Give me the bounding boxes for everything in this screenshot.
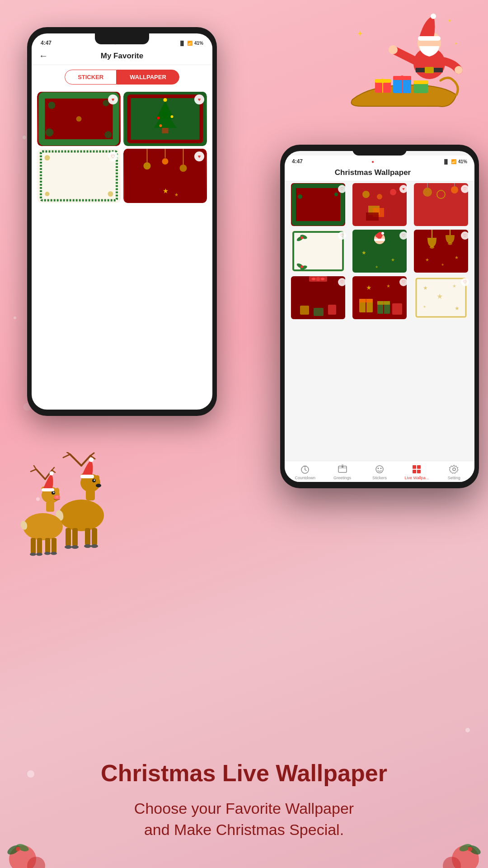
front-wp-heart-9[interactable]: ♡ bbox=[461, 278, 469, 286]
live-wallpaper-nav-icon bbox=[411, 464, 422, 475]
subtitle: Choose your Favorite Wallpaper and Make … bbox=[27, 798, 461, 841]
front-wp-3[interactable]: ♡ bbox=[411, 183, 471, 228]
svg-rect-104 bbox=[377, 301, 390, 305]
svg-point-125 bbox=[376, 466, 383, 473]
svg-point-6 bbox=[76, 116, 82, 122]
grid-icon bbox=[413, 465, 421, 473]
front-phone-notch bbox=[352, 145, 407, 156]
svg-rect-173 bbox=[45, 538, 50, 553]
svg-rect-147 bbox=[85, 528, 90, 545]
svg-rect-63 bbox=[414, 183, 468, 226]
front-wp-6[interactable]: ★ ★ ★ ♡ bbox=[411, 230, 471, 274]
front-wp-heart-4[interactable]: ♡ bbox=[338, 231, 346, 240]
setting-icon-svg bbox=[449, 464, 459, 474]
svg-point-181 bbox=[27, 857, 45, 868]
svg-point-135 bbox=[59, 500, 104, 531]
svg-point-47 bbox=[389, 45, 398, 54]
nav-live-wallpaper[interactable]: Live Wallpa... bbox=[403, 464, 430, 480]
svg-rect-105 bbox=[392, 303, 402, 315]
svg-rect-171 bbox=[31, 538, 36, 554]
svg-line-129 bbox=[70, 454, 81, 466]
svg-rect-146 bbox=[72, 528, 78, 546]
front-wp-1[interactable]: ♡ bbox=[288, 183, 348, 228]
live-wallpaper-nav-label: Live Wallpa... bbox=[405, 476, 429, 480]
back-phone: 4:47 ● ▐▌ 📶 41% ← My Favorite STICKER WA… bbox=[27, 27, 217, 416]
wp-item-4[interactable]: ♥ bbox=[123, 149, 207, 203]
front-wp-7[interactable]: ♡ bbox=[288, 276, 348, 321]
svg-rect-101 bbox=[359, 299, 373, 302]
svg-rect-174 bbox=[52, 538, 56, 553]
svg-point-18 bbox=[45, 155, 50, 160]
svg-text:★: ★ bbox=[455, 305, 460, 311]
front-phone: 4:47 ● ▐▌ 📶 41% Christmas Wallpaper bbox=[280, 145, 479, 488]
front-wp-5[interactable]: ★ ★ ★ ♡ bbox=[350, 230, 409, 274]
front-wp-heart-2[interactable]: ♥ bbox=[399, 185, 408, 193]
back-wifi-icon: 📶 bbox=[187, 41, 192, 46]
wp-heart-2[interactable]: ♥ bbox=[194, 94, 204, 104]
svg-point-28 bbox=[180, 165, 187, 172]
wp-item-2[interactable]: ♥ bbox=[123, 92, 207, 146]
front-phone-screen: 4:47 ● ▐▌ 📶 41% Christmas Wallpaper bbox=[285, 151, 474, 482]
nav-countdown[interactable]: Countdown bbox=[291, 464, 319, 480]
svg-rect-142 bbox=[86, 489, 95, 500]
svg-point-80 bbox=[381, 232, 384, 235]
svg-rect-145 bbox=[66, 528, 71, 546]
back-phone-screen: 4:47 ● ▐▌ 📶 41% ← My Favorite STICKER WA… bbox=[32, 33, 212, 410]
countdown-nav-icon bbox=[300, 464, 310, 475]
greetings-nav-icon bbox=[337, 464, 348, 475]
svg-rect-172 bbox=[37, 538, 42, 554]
reindeer-svg bbox=[18, 452, 136, 561]
nav-greetings[interactable]: Greetings bbox=[329, 464, 356, 480]
svg-point-188 bbox=[458, 843, 472, 853]
front-status-icons: ▐▌ 📶 41% bbox=[443, 159, 467, 164]
sticker-tab[interactable]: STICKER bbox=[65, 70, 117, 85]
front-wp-heart-3[interactable]: ♡ bbox=[461, 185, 469, 193]
back-phone-title: My Favorite bbox=[52, 52, 192, 61]
wallpaper-tab[interactable]: WALLPAPER bbox=[117, 70, 179, 85]
wp-heart-4[interactable]: ♥ bbox=[194, 151, 204, 161]
back-status-icons: ▐▌ 📶 41% bbox=[179, 41, 203, 46]
svg-point-48 bbox=[455, 66, 463, 74]
front-wp-9[interactable]: ★ ★ ★ ★ ★ ♡ bbox=[411, 276, 471, 321]
svg-point-68 bbox=[437, 190, 445, 198]
nav-stickers[interactable]: Stickers bbox=[366, 464, 393, 480]
svg-point-88 bbox=[448, 242, 452, 245]
svg-point-21 bbox=[108, 191, 113, 197]
front-wp-2[interactable]: ♥ bbox=[350, 183, 409, 228]
svg-text:★: ★ bbox=[375, 265, 378, 269]
front-wp-4[interactable]: ♡ bbox=[288, 230, 348, 274]
countdown-icon-svg bbox=[300, 464, 310, 474]
front-wp-heart-8[interactable]: ♡ bbox=[399, 278, 408, 286]
santa-svg: ✦ ✦ ✦ bbox=[339, 9, 465, 127]
svg-point-141 bbox=[96, 484, 101, 487]
front-wp-heart-6[interactable]: ♡ bbox=[461, 231, 469, 240]
nav-setting[interactable]: Setting bbox=[441, 464, 468, 480]
svg-rect-59 bbox=[366, 212, 379, 221]
front-wp-8[interactable]: ★ ★ ♡ bbox=[350, 276, 409, 321]
front-phone-header: Christmas Wallpaper bbox=[285, 165, 474, 181]
wp-heart-1[interactable]: ♥ bbox=[108, 94, 118, 104]
front-wp-heart-1[interactable]: ♡ bbox=[338, 185, 346, 193]
wp-heart-3[interactable]: ♡ bbox=[108, 151, 118, 161]
back-arrow-button[interactable]: ← bbox=[39, 51, 48, 61]
greetings-nav-label: Greetings bbox=[333, 476, 351, 480]
svg-text:★: ★ bbox=[441, 263, 444, 267]
svg-text:✦: ✦ bbox=[454, 41, 458, 46]
front-wp-heart-5[interactable]: ♡ bbox=[399, 231, 408, 240]
back-phone-header: ← My Favorite bbox=[32, 47, 212, 65]
front-wp-heart-7[interactable]: ♡ bbox=[338, 278, 346, 286]
svg-point-62 bbox=[377, 194, 382, 199]
subtitle-line1: Choose your Favorite Wallpaper bbox=[134, 800, 354, 817]
countdown-nav-label: Countdown bbox=[295, 476, 315, 480]
subtitle-line2: and Make Christmas Special. bbox=[144, 821, 344, 838]
bottom-nav: Countdown Greetings bbox=[285, 461, 474, 482]
svg-rect-143 bbox=[80, 475, 94, 478]
svg-rect-79 bbox=[374, 239, 385, 241]
svg-line-154 bbox=[36, 469, 45, 479]
svg-point-20 bbox=[45, 192, 50, 196]
svg-rect-148 bbox=[92, 528, 97, 545]
svg-text:★: ★ bbox=[423, 305, 426, 309]
wp-item-3[interactable]: ♡ bbox=[37, 149, 121, 203]
svg-point-24 bbox=[144, 162, 151, 170]
wp-item-1[interactable]: ♥ bbox=[37, 92, 121, 146]
